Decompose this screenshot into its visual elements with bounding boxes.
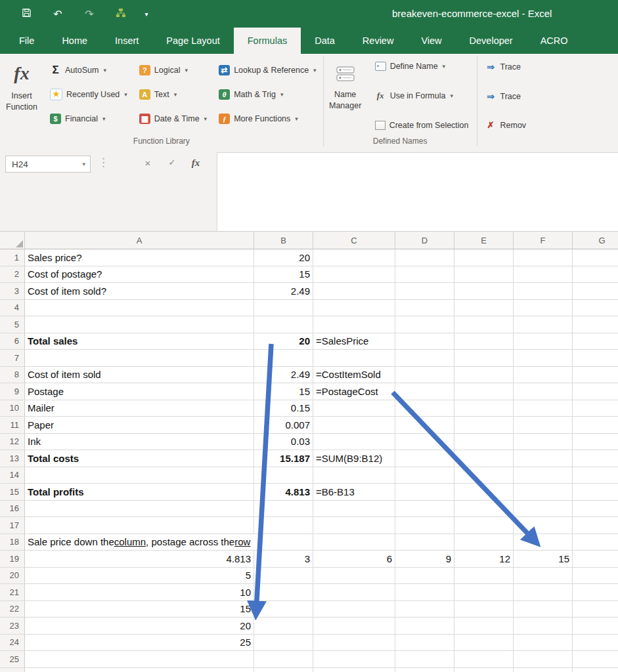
cell-F20[interactable] [514, 568, 573, 585]
row-header-7[interactable]: 7 [0, 350, 25, 367]
cell-G25[interactable] [573, 651, 618, 668]
create-from-selection-button[interactable]: Create from Selection [371, 119, 473, 131]
cell-C15[interactable]: =B6-B13 [313, 484, 395, 501]
define-name-button[interactable]: Define Name ▾ [371, 60, 473, 72]
insert-function-button[interactable]: fx Insert Function [0, 58, 43, 113]
column-header-D[interactable]: D [395, 232, 454, 249]
cell-F10[interactable] [514, 400, 573, 417]
cell-A8[interactable]: Cost of item sold [25, 367, 254, 384]
cell-A3[interactable]: Cost of item sold? [25, 283, 254, 300]
cell-C9[interactable]: =PostageCost [313, 383, 395, 400]
row-header-2[interactable]: 2 [0, 266, 25, 284]
cell-C8[interactable]: =CostItemSold [313, 367, 395, 384]
name-box[interactable]: H24 ▾ [5, 156, 91, 173]
cell-E2[interactable] [454, 266, 514, 284]
cell-G7[interactable] [573, 350, 618, 367]
cell-F4[interactable] [514, 300, 573, 317]
cell-B24[interactable] [254, 635, 313, 652]
row-header-4[interactable]: 4 [0, 300, 25, 317]
row-header-16[interactable]: 16 [0, 501, 25, 518]
cell-C13[interactable]: =SUM(B9:B12) [313, 450, 395, 467]
cell-D19[interactable]: 9 [395, 551, 454, 568]
cell-G19[interactable] [573, 551, 618, 568]
column-header-F[interactable]: F [514, 232, 573, 249]
cell-C20[interactable] [313, 568, 395, 585]
cancel-icon[interactable]: × [141, 158, 155, 169]
cell-G24[interactable] [573, 635, 618, 652]
cell-A23[interactable]: 20 [25, 618, 254, 635]
cell-C3[interactable] [313, 283, 395, 300]
cell-F17[interactable] [514, 517, 573, 534]
tab-data[interactable]: Data [301, 28, 349, 54]
tab-formulas[interactable]: Formulas [234, 28, 301, 54]
cell-D14[interactable] [395, 467, 454, 484]
formula-input-area[interactable] [217, 152, 618, 231]
row-header-20[interactable]: 20 [0, 568, 25, 585]
cell-B18[interactable] [254, 534, 313, 551]
cell-A14[interactable] [25, 467, 254, 484]
row-header-18[interactable]: 18 [0, 534, 25, 551]
row-header-6[interactable]: 6 [0, 333, 25, 350]
cell-F15[interactable] [514, 484, 573, 501]
cell-C23[interactable] [313, 618, 395, 635]
cell-G10[interactable] [573, 400, 618, 417]
enter-icon[interactable]: ✓ [165, 158, 179, 167]
cell-A25[interactable] [25, 651, 254, 668]
cell-F9[interactable] [514, 383, 573, 400]
row-header-19[interactable]: 19 [0, 551, 25, 568]
insert-function-fx-icon[interactable]: fx [188, 158, 203, 169]
cell-C1[interactable] [313, 249, 395, 266]
cell-D3[interactable] [395, 283, 454, 300]
cell-D6[interactable] [395, 333, 454, 350]
cell-D11[interactable] [395, 417, 454, 434]
cell-E3[interactable] [454, 283, 514, 300]
cell-G1[interactable] [573, 249, 618, 266]
cell-D16[interactable] [395, 501, 454, 518]
cell-D5[interactable] [395, 316, 454, 333]
cell-E17[interactable] [454, 517, 514, 534]
cell-C5[interactable] [313, 316, 395, 333]
use-in-formula-button[interactable]: fx Use in Formula ▾ [371, 89, 473, 102]
cell-C10[interactable] [313, 400, 395, 417]
row-header-8[interactable]: 8 [0, 367, 25, 384]
cell-B21[interactable] [254, 584, 313, 601]
cell-E6[interactable] [454, 333, 514, 350]
trace-precedents-button[interactable]: ⇒ Trace [481, 60, 531, 74]
cell-A21[interactable]: 10 [25, 584, 254, 601]
tab-acrobat[interactable]: ACRO [527, 28, 582, 54]
cell-A4[interactable] [25, 300, 254, 317]
row-header-22[interactable]: 22 [0, 601, 25, 618]
qat-dropdown-icon[interactable]: ▾ [137, 10, 156, 18]
cell-D15[interactable] [395, 484, 454, 501]
row-header-9[interactable]: 9 [0, 383, 25, 400]
column-header-B[interactable]: B [254, 232, 313, 249]
cell-F24[interactable] [514, 635, 573, 652]
cell-D1[interactable] [395, 249, 454, 266]
cell-B5[interactable] [254, 316, 313, 333]
column-header-C[interactable]: C [313, 232, 395, 249]
custom-command-icon[interactable] [105, 8, 137, 20]
cell-B22[interactable] [254, 601, 313, 618]
cell-F19[interactable]: 15 [514, 551, 573, 568]
cell-B17[interactable] [254, 517, 313, 534]
cell-D13[interactable] [395, 450, 454, 467]
tab-home[interactable]: Home [48, 28, 101, 54]
cell-A12[interactable]: Ink [25, 434, 254, 451]
cell-E12[interactable] [454, 434, 514, 451]
cell-F8[interactable] [514, 367, 573, 384]
cell-F25[interactable] [514, 651, 573, 668]
cell-C18[interactable] [313, 534, 395, 551]
cell-C22[interactable] [313, 601, 395, 618]
row-header-10[interactable]: 10 [0, 400, 25, 417]
cell-A24[interactable]: 25 [25, 635, 254, 652]
cell-E26[interactable] [454, 668, 514, 672]
cell-B2[interactable]: 15 [254, 266, 313, 284]
lookup-reference-button[interactable]: ⇄ Lookup & Reference ▾ [215, 58, 320, 82]
cell-E8[interactable] [454, 367, 514, 384]
cell-F6[interactable] [514, 333, 573, 350]
cell-D17[interactable] [395, 517, 454, 534]
cell-E9[interactable] [454, 383, 514, 400]
cell-G4[interactable] [573, 300, 618, 317]
cell-B3[interactable]: 2.49 [254, 283, 313, 300]
cell-B19[interactable]: 3 [254, 551, 313, 568]
